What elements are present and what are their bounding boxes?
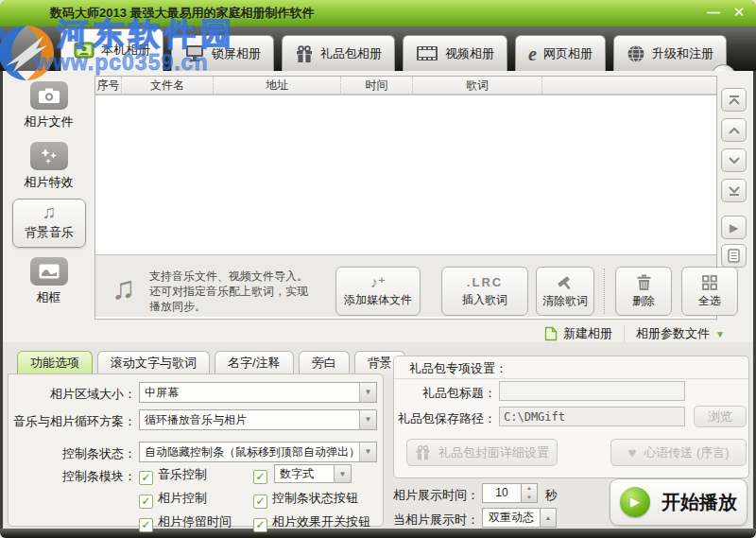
sidebar-item-photo-frames[interactable]: 相框 [3,257,94,306]
minimize-button[interactable]: — [702,3,725,22]
delete-button[interactable]: 删除 [615,267,672,316]
duration-unit: 秒 [545,487,558,504]
col-spacer [542,77,716,94]
gift-settings-title: 礼品包专项设置： [409,360,507,377]
tab-narration[interactable]: 旁白 [299,351,350,374]
duration-label: 相片展示时间： [387,487,479,504]
tab-scrolling-text-lyrics[interactable]: 滚动文字与歌词 [97,351,210,374]
dropdown-arrow-icon: ▼ [359,410,376,429]
tab-web-album[interactable]: e 网页相册 [515,35,606,71]
loop-plan-select[interactable]: 循环播放音乐与相片▼ [139,409,377,430]
browse-button[interactable]: 浏览 [694,406,747,427]
tab-upgrade-register[interactable]: 升级和注册 [613,35,727,71]
col-index[interactable]: 序号 [95,77,122,94]
display-mode-value[interactable]: 双重动态 [482,508,541,528]
media-table-body[interactable] [95,95,716,254]
move-down-button[interactable] [721,148,747,172]
col-address[interactable]: 地址 [214,77,341,94]
spin-up-icon: ▲ [522,484,537,494]
spin-down-icon: ▼ [522,494,537,503]
title-bar: 数码大师2013 最强大最易用的家庭相册制作软件 — ✕ [0,0,756,26]
window-title: 数码大师2013 最强大最易用的家庭相册制作软件 [50,0,315,26]
divider [394,378,748,379]
duration-spinner[interactable]: ▲ ▼ [522,483,538,503]
loop-plan-label: 音乐与相片循环方案： [6,413,136,430]
album-bar: 新建相册 相册参数文件 ▼ [3,321,753,346]
move-up-button[interactable] [721,118,747,142]
bar-state-select[interactable]: 自动隐藏控制条（鼠标移到顶部自动弹出）▼ [139,442,377,462]
new-album-button[interactable]: 新建相册 [533,325,624,342]
sidebar-item-photo-effects[interactable]: 相片特效 [3,142,94,191]
close-button[interactable]: ✕ [728,3,750,22]
check-photo-duration[interactable]: ✓相片停留时间 [139,513,232,532]
display-mode-up-button[interactable]: ▲ [541,508,557,528]
heart-message-button[interactable]: ♥ 心语传送 (序言) [610,439,747,466]
gift-icon [415,444,431,460]
sidebar-item-background-music[interactable]: ♫ 背景音乐 [12,199,86,248]
file-info-button[interactable] [721,244,747,268]
bar-state-label: 控制条状态： [6,445,136,462]
ie-icon: e [528,44,537,63]
sidebar-item-label: 相片文件 [3,113,94,130]
globe-icon [627,44,645,63]
music-note-icon: ♫ [13,200,85,224]
check-icon: ✓ [255,495,265,508]
select-all-button[interactable]: 全选 [681,267,738,316]
music-tip-text: 支持音乐文件、视频文件导入。 还可对指定音乐配上歌词，实现 播放同步。 [149,269,329,314]
tab-name-comment[interactable]: 名字/注释 [215,351,294,374]
tab-video-album[interactable]: 视频相册 [403,35,507,71]
add-media-button[interactable]: ♪⁺ 添加媒体文件 [335,267,421,316]
lrc-icon: .LRC [467,275,503,290]
modules-label: 控制条模块： [6,468,136,485]
note-plus-icon: ♪⁺ [370,275,386,290]
tab-label: 网页相册 [543,45,593,62]
check-bar-state-button[interactable]: ✓控制条状态按钮 [253,490,358,509]
tab-label: 升级和注册 [652,45,713,62]
digital-style-select[interactable]: 数字式▼ [274,464,352,483]
insert-lyrics-button[interactable]: .LRC 插入歌词 [441,267,528,316]
check-effect-switch-button[interactable]: ✓相片效果开关按钮 [253,513,370,532]
frame-icon [38,263,60,280]
sidebar-item-label: 相片特效 [3,174,94,191]
sidebar-item-label: 背景音乐 [13,224,85,241]
gift-title-input[interactable] [499,381,685,401]
check-photo-control[interactable]: ✓相片控制 [139,490,207,509]
col-lyrics[interactable]: 歌词 [413,77,542,94]
dropdown-arrow-icon: ▼ [715,329,725,339]
gift-cover-settings-button[interactable]: 礼品包封面详细设置 [406,439,558,466]
gift-icon [295,44,314,63]
tab-local-album[interactable]: 本机相册 [60,28,163,71]
check-icon: ✓ [141,471,150,484]
save-path-input[interactable] [499,407,685,426]
tab-function-options[interactable]: 功能选项 [17,351,93,374]
tab-giftpack-album[interactable]: 礼品包相册 [282,35,395,71]
col-filename[interactable]: 文件名 [122,77,214,94]
col-time[interactable]: 时间 [341,77,413,94]
button-separator [604,269,605,314]
sidebar-item-label: 相框 [3,289,94,306]
start-playback-button[interactable]: ▶ 开始播放 [610,478,747,526]
film-icon [416,45,438,61]
clear-lyrics-button[interactable]: 清除歌词 [536,267,594,316]
dropdown-arrow-icon: ▼ [359,383,376,402]
tab-label: 礼品包相册 [320,45,382,62]
monitor-icon [184,44,205,62]
album-params-button[interactable]: 相册参数文件 ▼ [624,325,736,342]
save-path-label: 礼品包保存路径： [395,410,496,427]
sparkles-icon [39,147,60,165]
preview-play-button[interactable]: ▶ [721,216,747,239]
check-music-control[interactable]: ✓音乐控制 [139,466,207,485]
duration-input[interactable]: 10 [482,483,522,503]
check-digital-style[interactable]: ✓ [253,466,267,484]
move-bottom-button[interactable] [721,179,747,202]
photo-area-select[interactable]: 中屏幕▼ [139,382,377,403]
camera-icon [38,87,60,104]
window-frame-bottom [0,529,756,538]
sidebar-item-photo-files[interactable]: 相片文件 [3,81,94,130]
tab-lockscreen-album[interactable]: 锁屏相册 [171,35,274,71]
move-top-button[interactable] [721,88,747,112]
photo-area-label: 相片区域大小： [6,386,136,403]
tab-label: 锁屏相册 [212,45,261,62]
dropdown-arrow-icon: ▼ [334,465,351,482]
options-tab-bar: 功能选项 滚动文字与歌词 名字/注释 旁白 背景 [17,351,405,374]
